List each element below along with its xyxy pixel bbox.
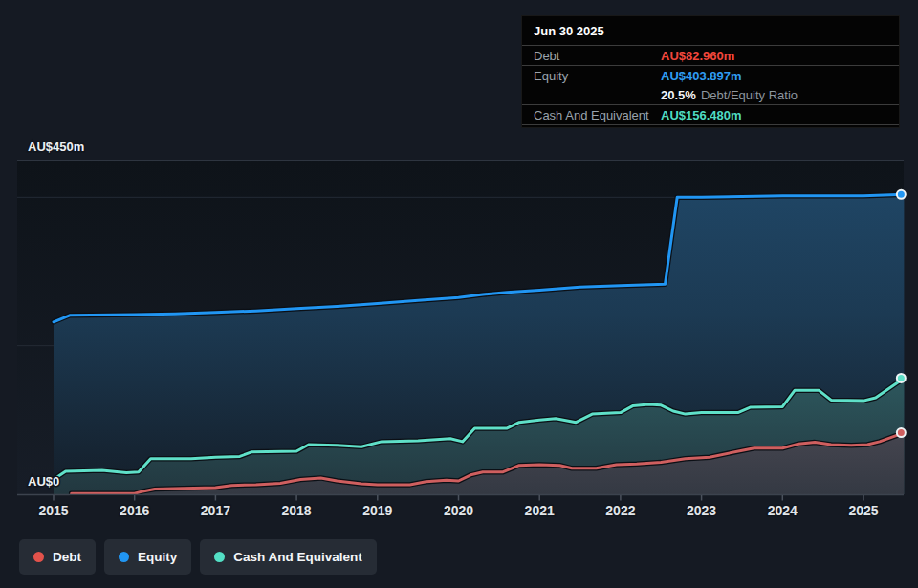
cash-and-equivalent-endpoint-dot[interactable] [897, 374, 906, 382]
debt-equity-history-chart: { "tooltip": { "date": "Jun 30 2025", "d… [0, 0, 918, 588]
tooltip-row-equity: Equity AU$403.897m [522, 66, 899, 85]
x-tick-label-2025: 2025 [848, 503, 878, 518]
chart-legend: Debt Equity Cash And Equivalent [19, 539, 377, 575]
cash-series-dot-icon [214, 552, 225, 562]
x-tick-label-2023: 2023 [687, 503, 716, 518]
debt-series-dot-icon [33, 552, 44, 562]
tooltip-row-cash: Cash And Equivalent AU$156.480m [522, 105, 899, 125]
legend-item-equity[interactable]: Equity [104, 539, 191, 575]
x-tick-label-2020: 2020 [444, 503, 473, 518]
x-tick-label-2015: 2015 [38, 503, 68, 518]
tooltip-date: Jun 30 2025 [522, 16, 899, 46]
x-tick-label-2019: 2019 [362, 503, 392, 518]
tooltip-equity-label: Equity [534, 69, 661, 83]
tooltip-cash-label: Cash And Equivalent [534, 108, 661, 122]
x-tick-label-2016: 2016 [120, 503, 149, 518]
tooltip-debt-label: Debt [534, 49, 661, 63]
tooltip-cash-value: AU$156.480m [661, 108, 742, 122]
area-chart[interactable]: AU$450m AU$0 201520162017201820192020202… [0, 134, 918, 535]
tooltip-ratio-label: Debt/Equity Ratio [701, 88, 798, 102]
x-tick-label-2018: 2018 [282, 503, 312, 518]
x-tick-label-2021: 2021 [525, 503, 555, 518]
x-tick-label-2024: 2024 [768, 503, 798, 518]
tooltip-equity-value: AU$403.897m [661, 69, 742, 83]
tooltip-row-ratio: 20.5% Debt/Equity Ratio [522, 85, 899, 105]
tooltip-ratio-value: 20.5% [661, 88, 696, 102]
y-axis-zero-label: AU$0 [28, 474, 59, 489]
legend-debt-label: Debt [53, 550, 81, 564]
x-tick-label-2022: 2022 [605, 503, 635, 518]
y-axis-max-label: AU$450m [28, 140, 84, 154]
legend-item-cash[interactable]: Cash And Equivalent [200, 539, 377, 575]
x-axis [17, 495, 904, 501]
legend-item-debt[interactable]: Debt [19, 539, 96, 575]
tooltip-row-debt: Debt AU$82.960m [522, 46, 899, 66]
x-axis-labels: 2015201620172018201920202021202220232024… [38, 503, 878, 518]
legend-equity-label: Equity [138, 550, 177, 564]
debt-endpoint-dot[interactable] [897, 428, 906, 437]
hover-tooltip: Jun 30 2025 Debt AU$82.960m Equity AU$40… [521, 15, 900, 128]
legend-cash-label: Cash And Equivalent [233, 550, 362, 564]
equity-series-dot-icon [119, 552, 129, 562]
tooltip-debt-value: AU$82.960m [661, 49, 734, 63]
x-tick-label-2017: 2017 [201, 503, 230, 518]
equity-endpoint-dot[interactable] [897, 190, 906, 199]
